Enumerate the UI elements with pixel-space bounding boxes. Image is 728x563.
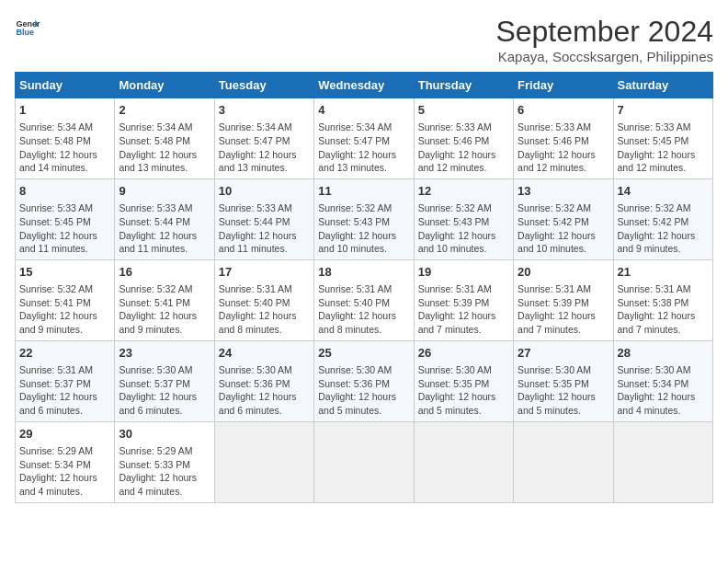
day-number: 2: [119, 102, 210, 119]
table-cell: 9Sunrise: 5:33 AM Sunset: 5:44 PM Daylig…: [115, 178, 214, 259]
day-number: 1: [19, 102, 110, 119]
day-number: 21: [618, 264, 709, 281]
header-row: Sunday Monday Tuesday Wednesday Thursday…: [16, 73, 713, 98]
day-info: Sunrise: 5:31 AM Sunset: 5:40 PM Dayligh…: [318, 282, 409, 337]
day-info: Sunrise: 5:34 AM Sunset: 5:47 PM Dayligh…: [318, 121, 409, 175]
day-info: Sunrise: 5:34 AM Sunset: 5:47 PM Dayligh…: [219, 121, 310, 175]
calendar-row: 8Sunrise: 5:33 AM Sunset: 5:45 PM Daylig…: [16, 178, 713, 259]
day-number: 8: [19, 183, 110, 200]
day-info: Sunrise: 5:33 AM Sunset: 5:45 PM Dayligh…: [19, 201, 110, 256]
table-cell: 25Sunrise: 5:30 AM Sunset: 5:36 PM Dayli…: [314, 340, 414, 421]
col-thursday: Thursday: [414, 73, 513, 98]
col-friday: Friday: [514, 73, 613, 98]
table-cell: 30Sunrise: 5:29 AM Sunset: 5:33 PM Dayli…: [115, 421, 214, 502]
page-subtitle: Kapaya, Soccsksargen, Philippines: [495, 49, 713, 64]
svg-text:Blue: Blue: [16, 28, 34, 37]
table-cell: [314, 421, 414, 502]
table-cell: 11Sunrise: 5:32 AM Sunset: 5:43 PM Dayli…: [314, 178, 414, 259]
day-number: 10: [219, 183, 310, 200]
table-cell: 24Sunrise: 5:30 AM Sunset: 5:36 PM Dayli…: [214, 340, 313, 421]
day-number: 19: [418, 264, 509, 281]
table-cell: 16Sunrise: 5:32 AM Sunset: 5:41 PM Dayli…: [115, 259, 214, 340]
table-cell: 21Sunrise: 5:31 AM Sunset: 5:38 PM Dayli…: [613, 259, 712, 340]
day-number: 27: [518, 345, 609, 362]
day-info: Sunrise: 5:30 AM Sunset: 5:37 PM Dayligh…: [119, 363, 210, 418]
day-info: Sunrise: 5:30 AM Sunset: 5:36 PM Dayligh…: [219, 363, 310, 418]
calendar-row: 29Sunrise: 5:29 AM Sunset: 5:34 PM Dayli…: [16, 421, 713, 502]
day-info: Sunrise: 5:33 AM Sunset: 5:46 PM Dayligh…: [518, 121, 609, 175]
day-info: Sunrise: 5:32 AM Sunset: 5:41 PM Dayligh…: [19, 282, 110, 337]
col-wednesday: Wednesday: [314, 73, 414, 98]
table-cell: 23Sunrise: 5:30 AM Sunset: 5:37 PM Dayli…: [115, 340, 214, 421]
day-info: Sunrise: 5:33 AM Sunset: 5:44 PM Dayligh…: [219, 201, 310, 256]
table-cell: 4Sunrise: 5:34 AM Sunset: 5:47 PM Daylig…: [314, 98, 414, 179]
table-cell: 29Sunrise: 5:29 AM Sunset: 5:34 PM Dayli…: [16, 421, 115, 502]
table-cell: 18Sunrise: 5:31 AM Sunset: 5:40 PM Dayli…: [314, 259, 414, 340]
day-number: 20: [518, 264, 609, 281]
col-saturday: Saturday: [613, 73, 712, 98]
col-monday: Monday: [115, 73, 214, 98]
table-cell: 12Sunrise: 5:32 AM Sunset: 5:43 PM Dayli…: [414, 178, 513, 259]
day-number: 3: [219, 102, 310, 119]
day-number: 22: [19, 345, 110, 362]
page-title: September 2024: [495, 15, 713, 49]
table-cell: [514, 421, 613, 502]
day-number: 24: [219, 345, 310, 362]
day-info: Sunrise: 5:31 AM Sunset: 5:38 PM Dayligh…: [618, 282, 709, 337]
table-cell: [214, 421, 313, 502]
day-number: 18: [318, 264, 409, 281]
day-number: 29: [19, 426, 110, 442]
day-info: Sunrise: 5:30 AM Sunset: 5:36 PM Dayligh…: [318, 363, 409, 418]
col-sunday: Sunday: [16, 73, 115, 98]
day-number: 30: [119, 426, 210, 442]
title-block: September 2024 Kapaya, Soccsksargen, Phi…: [495, 15, 713, 64]
table-cell: 1Sunrise: 5:34 AM Sunset: 5:48 PM Daylig…: [16, 98, 115, 179]
table-cell: 8Sunrise: 5:33 AM Sunset: 5:45 PM Daylig…: [16, 178, 115, 259]
logo: General Blue: [15, 15, 40, 40]
day-info: Sunrise: 5:32 AM Sunset: 5:43 PM Dayligh…: [318, 201, 409, 256]
table-cell: 22Sunrise: 5:31 AM Sunset: 5:37 PM Dayli…: [16, 340, 115, 421]
table-cell: 2Sunrise: 5:34 AM Sunset: 5:48 PM Daylig…: [115, 98, 214, 179]
day-info: Sunrise: 5:33 AM Sunset: 5:46 PM Dayligh…: [418, 121, 509, 175]
day-number: 23: [119, 345, 210, 362]
day-info: Sunrise: 5:29 AM Sunset: 5:34 PM Dayligh…: [19, 444, 110, 499]
calendar-table: Sunday Monday Tuesday Wednesday Thursday…: [15, 72, 713, 503]
calendar-header: Sunday Monday Tuesday Wednesday Thursday…: [16, 73, 713, 98]
day-number: 7: [618, 102, 709, 119]
day-number: 17: [219, 264, 310, 281]
day-info: Sunrise: 5:33 AM Sunset: 5:45 PM Dayligh…: [618, 121, 709, 175]
day-number: 5: [418, 102, 509, 119]
table-cell: 6Sunrise: 5:33 AM Sunset: 5:46 PM Daylig…: [514, 98, 613, 179]
table-cell: 28Sunrise: 5:30 AM Sunset: 5:34 PM Dayli…: [613, 340, 712, 421]
day-number: 26: [418, 345, 509, 362]
table-cell: 26Sunrise: 5:30 AM Sunset: 5:35 PM Dayli…: [414, 340, 513, 421]
table-cell: 5Sunrise: 5:33 AM Sunset: 5:46 PM Daylig…: [414, 98, 513, 179]
table-cell: 7Sunrise: 5:33 AM Sunset: 5:45 PM Daylig…: [613, 98, 712, 179]
day-number: 12: [418, 183, 509, 200]
table-cell: 17Sunrise: 5:31 AM Sunset: 5:40 PM Dayli…: [214, 259, 313, 340]
table-cell: [613, 421, 712, 502]
day-number: 11: [318, 183, 409, 200]
day-number: 14: [618, 183, 709, 200]
day-info: Sunrise: 5:32 AM Sunset: 5:42 PM Dayligh…: [618, 201, 709, 256]
day-number: 9: [119, 183, 210, 200]
table-cell: [414, 421, 513, 502]
table-cell: 13Sunrise: 5:32 AM Sunset: 5:42 PM Dayli…: [514, 178, 613, 259]
table-cell: 10Sunrise: 5:33 AM Sunset: 5:44 PM Dayli…: [214, 178, 313, 259]
day-info: Sunrise: 5:30 AM Sunset: 5:35 PM Dayligh…: [518, 363, 609, 418]
table-cell: 15Sunrise: 5:32 AM Sunset: 5:41 PM Dayli…: [16, 259, 115, 340]
logo-icon: General Blue: [15, 15, 40, 40]
calendar-row: 22Sunrise: 5:31 AM Sunset: 5:37 PM Dayli…: [16, 340, 713, 421]
table-cell: 19Sunrise: 5:31 AM Sunset: 5:39 PM Dayli…: [414, 259, 513, 340]
day-number: 13: [518, 183, 609, 200]
day-info: Sunrise: 5:32 AM Sunset: 5:41 PM Dayligh…: [119, 282, 210, 337]
calendar-row: 1Sunrise: 5:34 AM Sunset: 5:48 PM Daylig…: [16, 98, 713, 179]
table-cell: 20Sunrise: 5:31 AM Sunset: 5:39 PM Dayli…: [514, 259, 613, 340]
table-cell: 27Sunrise: 5:30 AM Sunset: 5:35 PM Dayli…: [514, 340, 613, 421]
day-info: Sunrise: 5:34 AM Sunset: 5:48 PM Dayligh…: [19, 121, 110, 175]
col-tuesday: Tuesday: [214, 73, 313, 98]
table-cell: 14Sunrise: 5:32 AM Sunset: 5:42 PM Dayli…: [613, 178, 712, 259]
day-number: 6: [518, 102, 609, 119]
day-info: Sunrise: 5:32 AM Sunset: 5:42 PM Dayligh…: [518, 201, 609, 256]
calendar-row: 15Sunrise: 5:32 AM Sunset: 5:41 PM Dayli…: [16, 259, 713, 340]
